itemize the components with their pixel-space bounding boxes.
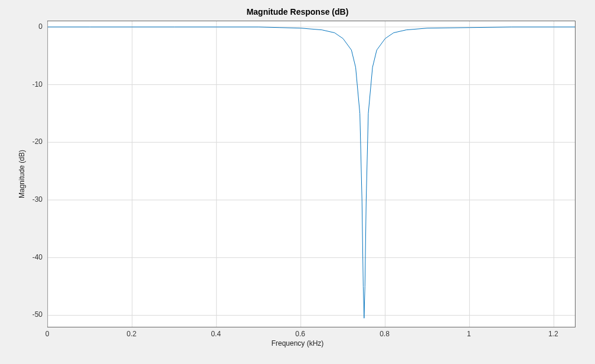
data-series-response	[48, 27, 575, 319]
x-tick-label: 0.2	[127, 330, 137, 338]
figure: Magnitude Response (dB) 00.20.40.60.811.…	[0, 0, 595, 364]
x-tick-label: 0	[45, 330, 50, 338]
y-axis-label: Magnitude (dB)	[18, 150, 26, 198]
x-tick-label: 0.8	[380, 330, 390, 338]
x-axis-label: Frequency (kHz)	[272, 339, 324, 347]
x-tick-label: 1	[467, 330, 471, 338]
x-tick-label: 1.2	[548, 330, 558, 338]
y-tick-label: -20	[19, 137, 42, 146]
plot-area	[48, 21, 575, 327]
axes	[47, 21, 576, 327]
x-tick-label: 0.6	[295, 330, 305, 338]
y-tick-label: -50	[19, 310, 42, 319]
y-tick-label: 0	[19, 22, 42, 31]
y-tick-label: -10	[19, 80, 42, 88]
x-tick-label: 0.4	[211, 330, 221, 338]
y-tick-label: -40	[19, 253, 42, 261]
chart-title: Magnitude Response (dB)	[0, 7, 595, 17]
